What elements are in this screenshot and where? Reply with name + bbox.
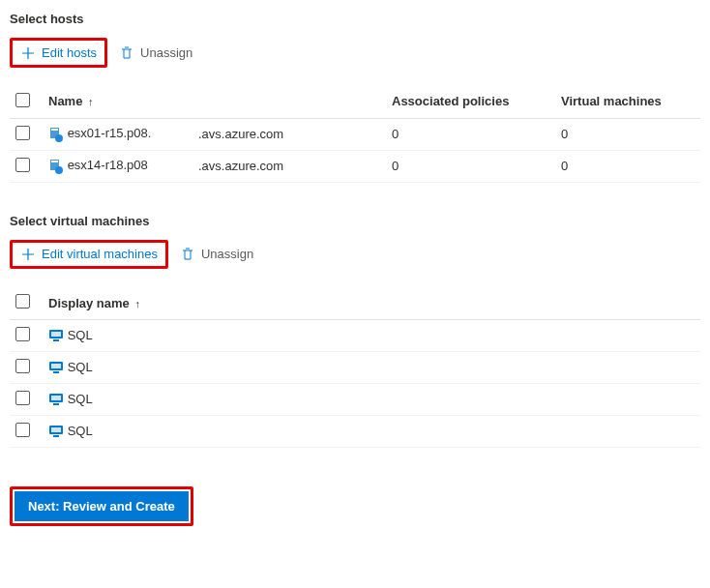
svg-rect-8 xyxy=(53,339,59,341)
sort-ascending-icon: ↑ xyxy=(88,96,94,107)
plus-icon xyxy=(20,247,36,263)
edit-vms-label: Edit virtual machines xyxy=(42,247,158,261)
vms-col-display-name[interactable]: Display name xyxy=(48,296,130,310)
table-row[interactable]: SQL xyxy=(10,320,700,352)
vm-display-name: SQL xyxy=(68,424,93,438)
select-all-vms-checkbox[interactable] xyxy=(15,294,30,309)
edit-vms-button[interactable]: Edit virtual machines xyxy=(10,240,168,270)
vm-icon xyxy=(48,392,68,406)
vm-icon xyxy=(48,424,68,438)
host-domain: .avs.azure.com xyxy=(192,150,386,182)
table-row[interactable]: SQL xyxy=(10,384,700,416)
vms-section-title: Select virtual machines xyxy=(10,214,700,228)
table-row[interactable]: SQL xyxy=(10,352,700,384)
unassign-hosts-button[interactable]: Unassign xyxy=(111,41,200,65)
host-vms: 0 xyxy=(555,150,700,182)
host-associated: 0 xyxy=(386,118,555,150)
svg-rect-10 xyxy=(51,364,61,368)
trash-icon xyxy=(119,44,134,61)
vm-display-name: SQL xyxy=(68,328,93,342)
row-checkbox[interactable] xyxy=(15,126,30,140)
svg-rect-16 xyxy=(51,427,61,432)
svg-rect-17 xyxy=(53,435,59,437)
vms-section: Select virtual machines Edit virtual mac… xyxy=(10,214,700,449)
select-all-hosts-checkbox[interactable] xyxy=(15,93,30,107)
server-icon xyxy=(48,126,68,140)
vm-display-name: SQL xyxy=(68,360,93,374)
hosts-toolbar: Edit hosts Unassign xyxy=(10,38,700,68)
hosts-col-vms[interactable]: Virtual machines xyxy=(555,85,700,119)
host-domain: .avs.azure.com xyxy=(192,118,386,150)
row-checkbox[interactable] xyxy=(15,423,30,437)
unassign-hosts-label: Unassign xyxy=(140,45,192,60)
host-associated: 0 xyxy=(386,150,555,182)
row-checkbox[interactable] xyxy=(15,158,30,172)
vm-display-name: SQL xyxy=(68,392,93,406)
svg-point-5 xyxy=(55,166,63,174)
row-checkbox[interactable] xyxy=(15,391,30,405)
next-review-create-button[interactable]: Next: Review and Create xyxy=(15,491,189,521)
vms-table: Display name ↑ SQL xyxy=(10,286,700,448)
vms-toolbar: Edit virtual machines Unassign xyxy=(10,240,700,270)
row-checkbox[interactable] xyxy=(15,359,30,373)
edit-hosts-label: Edit hosts xyxy=(42,45,97,60)
server-icon xyxy=(48,158,68,172)
host-name: esx01-r15.p08. xyxy=(68,126,152,140)
hosts-col-associated[interactable]: Associated policies xyxy=(386,85,555,119)
svg-rect-14 xyxy=(53,403,59,405)
vm-icon xyxy=(48,328,68,342)
svg-rect-11 xyxy=(53,371,59,373)
hosts-col-name[interactable]: Name xyxy=(48,94,82,108)
plus-icon xyxy=(20,44,36,61)
sort-ascending-icon: ↑ xyxy=(134,298,140,309)
row-checkbox[interactable] xyxy=(15,327,30,341)
svg-rect-4 xyxy=(51,161,58,162)
host-vms: 0 xyxy=(555,118,700,150)
hosts-section-title: Select hosts xyxy=(10,12,700,26)
host-name: esx14-r18.p08 xyxy=(68,158,148,172)
hosts-table: Name ↑ Associated policies Virtual machi… xyxy=(10,85,700,183)
trash-icon xyxy=(180,247,195,263)
footer: Next: Review and Create xyxy=(10,486,700,526)
svg-point-2 xyxy=(55,134,63,142)
unassign-vms-button[interactable]: Unassign xyxy=(172,243,261,267)
hosts-section: Select hosts Edit hosts Unassign Name ↑ xyxy=(10,12,700,183)
table-row[interactable]: esx14-r18.p08 .avs.azure.com 0 0 xyxy=(10,150,700,182)
svg-rect-7 xyxy=(51,332,61,337)
vm-icon xyxy=(48,360,68,374)
svg-rect-1 xyxy=(51,129,58,131)
table-row[interactable]: esx01-r15.p08. .avs.azure.com 0 0 xyxy=(10,118,700,150)
svg-rect-13 xyxy=(51,396,61,400)
unassign-vms-label: Unassign xyxy=(201,247,253,261)
edit-hosts-button[interactable]: Edit hosts xyxy=(10,38,107,68)
table-row[interactable]: SQL xyxy=(10,416,700,448)
